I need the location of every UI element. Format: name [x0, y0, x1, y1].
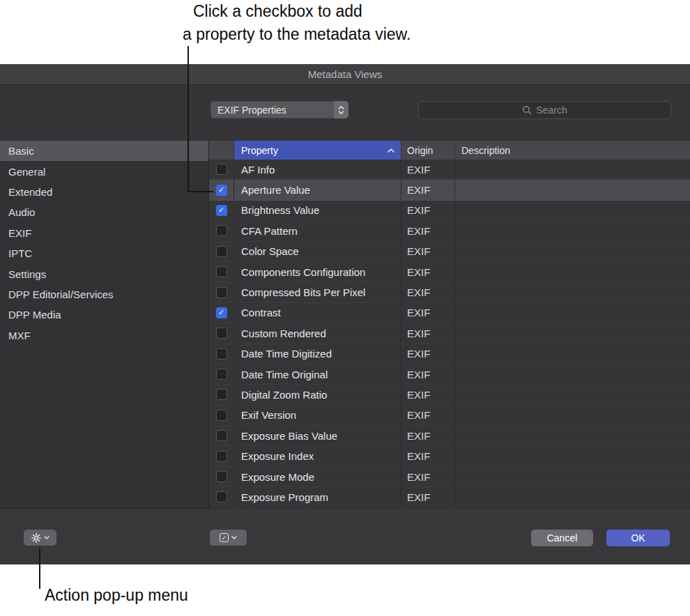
footer-bar: ✓ Cancel OK [0, 508, 690, 564]
search-placeholder: Search [536, 105, 567, 116]
property-origin: EXIF [401, 467, 455, 486]
checkbox-cell [209, 426, 234, 445]
table-row: Custom RenderedEXIF [209, 323, 690, 344]
property-description [455, 385, 690, 404]
sidebar: BasicGeneralExtendedAudioEXIFIPTCSetting… [0, 141, 209, 508]
table-body: AF InfoEXIF✓Aperture ValueEXIF✓Brightnes… [209, 160, 690, 508]
chevron-down-icon [231, 536, 237, 539]
property-checkbox[interactable]: ✓ [216, 205, 227, 216]
sidebar-item-settings[interactable]: Settings [0, 263, 208, 284]
header-description[interactable]: Description [455, 141, 690, 160]
property-checkbox[interactable] [216, 491, 227, 502]
annotation-top: Click a checkbox to add a property to th… [183, 0, 411, 46]
checkbox-cell [209, 242, 234, 261]
property-name: Date Time Original [234, 364, 401, 384]
property-origin: EXIF [401, 201, 455, 220]
property-description [455, 344, 690, 364]
property-description [455, 467, 690, 486]
table-header: Property Origin Description [209, 141, 690, 160]
property-origin: EXIF [401, 242, 455, 261]
property-checkbox[interactable] [216, 451, 227, 462]
chevron-down-icon [44, 536, 49, 539]
checkbox-cell: ✓ [209, 180, 234, 199]
property-checkbox[interactable] [216, 471, 227, 482]
property-checkbox[interactable] [216, 348, 227, 360]
property-checkbox[interactable] [216, 410, 227, 421]
property-checkbox[interactable] [216, 328, 227, 339]
action-popup-button[interactable] [24, 530, 56, 546]
header-property-label: Property [241, 145, 278, 156]
checkbox-cell [209, 487, 234, 507]
property-origin: EXIF [401, 160, 455, 179]
checkbox-cell [209, 406, 234, 425]
property-name: Exposure Mode [234, 467, 401, 486]
property-checkbox[interactable] [216, 164, 227, 175]
annotation-top-line2: a property to the metadata view. [183, 23, 411, 46]
property-origin: EXIF [401, 323, 455, 343]
table-row: Digital Zoom RatioEXIF [209, 385, 690, 405]
checkbox-popup-button[interactable]: ✓ [210, 530, 247, 546]
checkbox-cell: ✓ [209, 201, 234, 220]
property-checkbox[interactable] [216, 266, 227, 277]
table-row: Date Time OriginalEXIF [209, 364, 690, 385]
property-name: Compressed Bits Per Pixel [234, 282, 401, 302]
property-description [455, 446, 690, 465]
checkbox-cell [209, 160, 234, 179]
property-description [455, 364, 690, 384]
property-name: Date Time Digitized [234, 344, 401, 364]
search-field[interactable]: Search [418, 101, 671, 119]
property-checkbox[interactable]: ✓ [216, 307, 227, 318]
table-row: ✓Aperture ValueEXIF [209, 180, 690, 200]
property-name: Components Configuration [234, 262, 401, 282]
annotation-callout-line-top-horizontal [187, 191, 213, 192]
content-area: BasicGeneralExtendedAudioEXIFIPTCSetting… [0, 141, 690, 508]
checkbox-cell [209, 221, 234, 240]
property-origin: EXIF [401, 262, 455, 282]
toolbar: EXIF Properties Search [0, 85, 690, 141]
property-name: Digital Zoom Ratio [234, 385, 401, 404]
checkbox-cell [209, 364, 234, 384]
property-checkbox[interactable] [216, 287, 227, 298]
sidebar-item-audio[interactable]: Audio [0, 202, 208, 222]
checkbox-cell [209, 385, 234, 404]
property-checkbox[interactable] [216, 246, 227, 257]
sidebar-item-extended[interactable]: Extended [0, 182, 208, 202]
metadata-view-popup[interactable]: EXIF Properties [210, 101, 348, 118]
annotation-callout-line-bottom [39, 548, 40, 589]
property-name: Contrast [234, 303, 401, 323]
property-checkbox[interactable]: ✓ [216, 185, 227, 196]
property-name: Exposure Bias Value [234, 426, 401, 445]
cancel-button[interactable]: Cancel [531, 530, 593, 546]
property-origin: EXIF [401, 364, 455, 384]
metadata-view-popup-label: EXIF Properties [210, 105, 334, 116]
checkbox-cell [209, 282, 234, 302]
sidebar-item-general[interactable]: General [0, 161, 208, 181]
property-origin: EXIF [401, 446, 455, 465]
property-description [455, 180, 690, 199]
property-name: Aperture Value [234, 180, 401, 199]
sidebar-item-mxf[interactable]: MXF [0, 325, 208, 346]
property-name: Exposure Program [234, 487, 401, 507]
window-title: Metadata Views [308, 68, 382, 80]
annotation-top-line1: Click a checkbox to add [183, 0, 411, 23]
property-checkbox[interactable] [216, 225, 227, 236]
table-row: Exposure IndexEXIF [209, 446, 690, 466]
property-description [455, 323, 690, 343]
property-checkbox[interactable] [216, 389, 227, 400]
header-property[interactable]: Property [234, 141, 401, 160]
property-name: Exposure Index [234, 446, 401, 465]
header-origin[interactable]: Origin [401, 141, 455, 160]
ok-button[interactable]: OK [606, 530, 670, 546]
property-checkbox[interactable] [216, 369, 227, 380]
sidebar-item-exif[interactable]: EXIF [0, 223, 208, 243]
sidebar-item-dpp-editorial-services[interactable]: DPP Editorial/Services [0, 284, 208, 305]
property-checkbox[interactable] [216, 430, 227, 441]
sidebar-item-iptc[interactable]: IPTC [0, 243, 208, 263]
sidebar-item-dpp-media[interactable]: DPP Media [0, 305, 208, 325]
table-row: Exposure Bias ValueEXIF [209, 426, 690, 446]
property-description [455, 406, 690, 425]
table-row: Exif VersionEXIF [209, 406, 690, 426]
property-description [455, 282, 690, 302]
property-name: Custom Rendered [234, 323, 401, 343]
sidebar-item-basic[interactable]: Basic [0, 141, 208, 161]
